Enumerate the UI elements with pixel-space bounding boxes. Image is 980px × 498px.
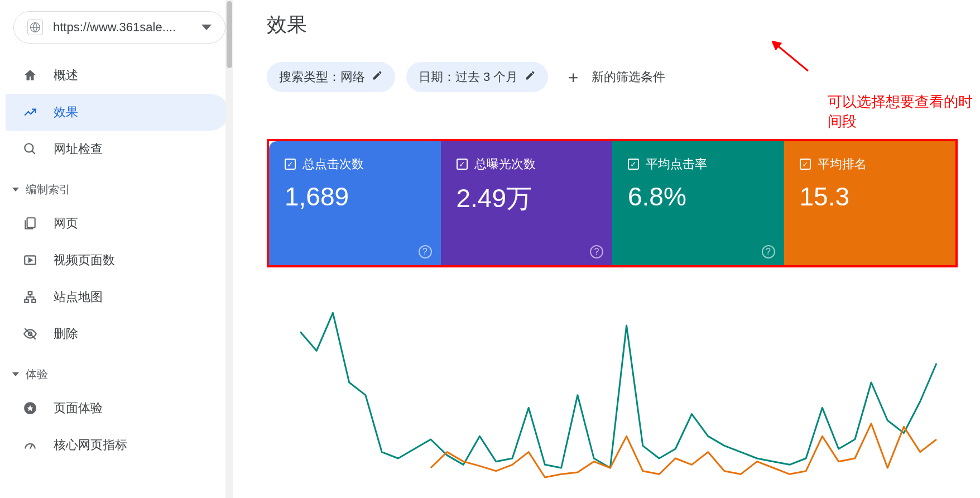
section-label: 编制索引: [26, 182, 70, 197]
trending-icon: [22, 104, 38, 120]
chip-label: 日期：过去 3 个月: [419, 69, 518, 85]
metric-label: 平均点击率: [646, 156, 707, 173]
caret-down-icon: [12, 188, 19, 191]
site-selector[interactable]: https://www.361sale....: [13, 11, 225, 44]
metric-label: 总点击次数: [302, 156, 364, 173]
metric-position[interactable]: ✓ 平均排名 15.3 ?: [784, 141, 956, 265]
sidebar: https://www.361sale.... 概述 效果 网址检查 编制索引: [0, 0, 233, 498]
nav-label: 删除: [54, 325, 78, 342]
star-circle-icon: [22, 400, 38, 416]
visibility-off-icon: [22, 326, 38, 342]
metric-value: 6.8%: [628, 181, 768, 212]
nav-label: 网页: [54, 215, 78, 232]
svg-rect-8: [32, 299, 36, 302]
nav-label: 核心网页指标: [54, 437, 127, 453]
chip-label: 搜索类型：网络: [279, 69, 365, 85]
svg-line-2: [32, 151, 35, 154]
svg-point-1: [25, 143, 33, 152]
metric-value: 15.3: [800, 181, 940, 212]
metric-value: 2.49万: [457, 181, 597, 216]
nav-label: 效果: [54, 104, 78, 121]
nav-label: 视频页面数: [54, 252, 115, 269]
nav-performance[interactable]: 效果: [6, 94, 229, 131]
metric-impressions[interactable]: ✓ 总曝光次数 2.49万 ?: [441, 141, 613, 265]
edit-icon: [372, 70, 383, 84]
performance-chart: [267, 301, 958, 498]
section-indexing[interactable]: 编制索引: [6, 167, 233, 205]
home-icon: [22, 68, 38, 83]
edit-icon: [525, 70, 536, 84]
nav-url-inspection[interactable]: 网址检查: [6, 131, 229, 167]
speed-icon: [22, 437, 38, 453]
page-title: 效果: [267, 11, 958, 39]
filter-bar: 搜索类型：网络 日期：过去 3 个月 ＋ 新的筛选条件: [267, 62, 958, 92]
nav-label: 网址检查: [54, 141, 103, 157]
site-url: https://www.361sale....: [53, 20, 191, 35]
metric-label: 平均排名: [818, 156, 867, 173]
section-label: 体验: [26, 367, 48, 382]
search-icon: [22, 141, 38, 157]
filter-search-type[interactable]: 搜索类型：网络: [267, 62, 395, 92]
checkbox-icon: ✓: [800, 159, 811, 170]
checkbox-icon: ✓: [628, 159, 639, 170]
plus-icon: ＋: [565, 71, 582, 83]
help-icon[interactable]: ?: [590, 245, 603, 258]
nav-sitemaps[interactable]: 站点地图: [6, 279, 229, 315]
checkbox-icon: ✓: [457, 159, 468, 170]
nav-label: 概述: [54, 67, 78, 84]
metric-clicks[interactable]: ✓ 总点击次数 1,689 ?: [269, 141, 441, 265]
help-icon[interactable]: ?: [419, 245, 432, 258]
checkbox-icon: ✓: [285, 159, 296, 170]
sitemap-icon: [22, 289, 38, 305]
nav-overview[interactable]: 概述: [6, 57, 229, 94]
help-icon[interactable]: ?: [762, 245, 775, 258]
metric-value: 1,689: [285, 181, 425, 212]
video-icon: [22, 252, 38, 268]
filter-date[interactable]: 日期：过去 3 个月: [406, 62, 548, 92]
nav-page-experience[interactable]: 页面体验: [6, 390, 229, 427]
section-experience[interactable]: 体验: [6, 352, 233, 390]
scrollbar[interactable]: [225, 0, 233, 498]
help-icon[interactable]: ?: [968, 245, 980, 258]
chevron-down-icon: [201, 25, 212, 30]
nav-core-web-vitals[interactable]: 核心网页指标: [6, 427, 229, 463]
scrollbar-thumb[interactable]: [227, 1, 232, 68]
pages-icon: [22, 216, 38, 231]
svg-marker-5: [29, 258, 32, 262]
svg-rect-3: [27, 218, 35, 227]
add-filter-button[interactable]: ＋ 新的筛选条件: [559, 62, 671, 92]
nav-label: 站点地图: [54, 289, 103, 305]
metric-ctr[interactable]: ✓ 平均点击率 6.8% ?: [612, 141, 784, 265]
metrics-panel: ✓ 总点击次数 1,689 ? ✓ 总曝光次数 2.49万 ? ✓ 平均点击率: [267, 139, 958, 267]
nav-removals[interactable]: 删除: [6, 315, 229, 352]
add-filter-label: 新的筛选条件: [592, 69, 665, 85]
caret-down-icon: [12, 372, 19, 376]
nav-video-pages[interactable]: 视频页面数: [6, 242, 229, 279]
main-content: 效果 搜索类型：网络 日期：过去 3 个月 ＋ 新的筛选条件 可以选择: [233, 0, 980, 498]
metric-label: 总曝光次数: [474, 156, 536, 173]
globe-icon: [27, 20, 43, 35]
svg-rect-6: [28, 291, 32, 294]
svg-rect-7: [25, 299, 28, 302]
nav-label: 页面体验: [54, 400, 103, 416]
annotation-text: 可以选择想要查看的时间段: [828, 92, 980, 131]
nav-pages[interactable]: 网页: [6, 205, 229, 242]
